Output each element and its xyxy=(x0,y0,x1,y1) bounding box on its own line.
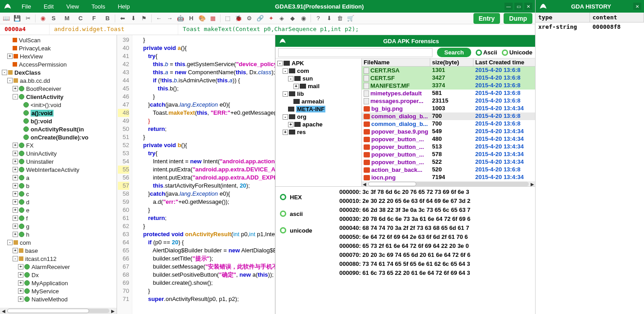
paint-icon[interactable]: ◆ xyxy=(289,15,296,22)
down-icon[interactable]: ⬇ xyxy=(130,15,137,22)
tool-b[interactable]: B xyxy=(104,15,111,22)
menu-help[interactable]: Help xyxy=(112,3,136,10)
forensics-search-input[interactable] xyxy=(278,48,432,57)
tree-item[interactable]: -aa.bb.cc.dd xyxy=(2,76,115,85)
tool-c[interactable]: C xyxy=(77,15,84,22)
file-row[interactable]: popover_button_...5222015-4-20 13:4:34 xyxy=(362,158,535,166)
file-row[interactable]: common_dialog_b...7002015-4-20 13:6:8 xyxy=(362,112,535,120)
tree-item[interactable]: AccessPermission xyxy=(2,60,115,68)
tree-item[interactable]: a():void xyxy=(2,109,115,117)
diamond-icon[interactable]: ◈ xyxy=(278,15,285,22)
col-filename[interactable]: FileName xyxy=(362,58,430,66)
tree-scrollbar[interactable]: ◀ ▶ xyxy=(0,308,117,314)
tree-item[interactable]: +MyService xyxy=(2,287,115,295)
arrow-right-icon[interactable]: → xyxy=(166,15,173,22)
tree-item[interactable]: +AlarmReceiver xyxy=(2,263,115,271)
grid-icon[interactable]: ▦ xyxy=(209,15,216,22)
apk-tree-item[interactable]: +mail xyxy=(277,82,360,90)
tree-item[interactable]: +NativeMethod xyxy=(2,295,115,303)
fingerprint-icon[interactable]: ◉ xyxy=(300,15,307,22)
tool-m[interactable]: M xyxy=(63,15,71,22)
apk-tree-item[interactable]: -sun xyxy=(277,75,360,82)
menu-edit[interactable]: Edit xyxy=(37,3,60,10)
file-row[interactable]: MANIFEST.MF33742015-4-20 13:6:8 xyxy=(362,82,535,90)
file-row[interactable]: popover_button_...5782015-4-20 13:4:34 xyxy=(362,151,535,158)
tree-item[interactable]: onActivityResult(in xyxy=(2,125,115,133)
apk-tree-item[interactable]: META-INF xyxy=(277,105,360,113)
tree-item[interactable]: +e xyxy=(2,206,115,214)
help-icon[interactable]: ? xyxy=(315,15,322,22)
file-row[interactable]: iocn.png71942015-4-20 13:4:34 xyxy=(362,174,535,181)
tree-item[interactable]: -itcast.cn112 xyxy=(2,255,115,263)
close-button[interactable]: ✕ xyxy=(524,3,532,10)
apk-tree-item[interactable]: +res xyxy=(277,128,360,136)
file-row[interactable]: common_dialog_b...7002015-4-20 13:6:8 xyxy=(362,120,535,128)
tree-item[interactable]: +b xyxy=(2,182,115,190)
history-close-button[interactable]: ✕ xyxy=(633,3,641,10)
menu-view[interactable]: View xyxy=(60,3,85,10)
file-row[interactable]: messages.proper...231152015-4-20 13:6:8 xyxy=(362,97,535,105)
apk-tree-item[interactable]: -APK xyxy=(277,59,360,67)
download-icon[interactable]: ⬇ xyxy=(325,15,333,22)
file-row[interactable]: popover_base.9.png5492015-4-20 13:4:34 xyxy=(362,128,535,135)
tree-item[interactable]: -DexClass xyxy=(2,68,115,76)
history-col-type[interactable]: type xyxy=(536,13,590,22)
bug-icon[interactable]: 🐞 xyxy=(235,15,242,22)
save-icon[interactable]: 💾 xyxy=(14,15,21,22)
probe-icon[interactable]: ◉ xyxy=(39,15,46,22)
open-icon[interactable]: 📖 xyxy=(3,15,10,22)
sparkle-icon[interactable]: ✦ xyxy=(267,15,275,22)
gear-icon[interactable]: ⚙ xyxy=(246,15,253,22)
minimize-button[interactable]: — xyxy=(504,3,513,10)
tool-f[interactable]: F xyxy=(90,15,98,22)
trash-icon[interactable]: 🗑 xyxy=(336,15,343,22)
tree-item[interactable]: +Dx xyxy=(2,271,115,279)
file-row[interactable]: CERT.RSA13012015-4-20 13:6:8 xyxy=(362,67,535,74)
tree-item[interactable]: +g xyxy=(2,222,115,230)
col-date[interactable]: Last Created time xyxy=(473,58,535,66)
tree-item[interactable]: +FX xyxy=(2,141,115,149)
file-row[interactable]: bg_big.png10032015-4-20 13:4:34 xyxy=(362,105,535,112)
arrow-left-icon[interactable]: ← xyxy=(155,15,162,22)
file-row[interactable]: CERT.SF34272015-4-20 13:6:8 xyxy=(362,74,535,82)
apk-tree-item[interactable]: -com xyxy=(277,67,360,75)
flag-icon[interactable]: ⚑ xyxy=(140,15,148,22)
hex-opt-ascii[interactable]: ascii xyxy=(280,211,333,217)
file-row[interactable]: popover_button_...5132015-4-20 13:4:34 xyxy=(362,143,535,151)
xml-icon[interactable]: ⬚ xyxy=(224,15,231,22)
android-icon[interactable]: 🤖 xyxy=(177,15,184,22)
apk-tree-item[interactable]: -org xyxy=(277,113,360,121)
ascii-radio[interactable]: Ascii xyxy=(476,49,497,56)
tree-item[interactable]: +d xyxy=(2,198,115,206)
menu-file[interactable]: File xyxy=(15,3,37,10)
tree-item[interactable]: -ClientActivity xyxy=(2,93,115,101)
history-col-content[interactable]: content xyxy=(590,13,644,22)
search-button[interactable]: Search xyxy=(437,48,471,57)
dump-button[interactable]: Dump xyxy=(504,13,532,24)
maximize-button[interactable]: ▭ xyxy=(514,3,522,10)
tree-item[interactable]: +BootReceiver xyxy=(2,85,115,93)
history-row[interactable]: xref-string000008f8 xyxy=(536,22,644,31)
back-icon[interactable]: ⬅ xyxy=(119,15,126,22)
palette-icon[interactable]: 🎨 xyxy=(198,15,206,22)
tree-item[interactable]: +c xyxy=(2,190,115,198)
h-icon[interactable]: H xyxy=(188,15,195,22)
cut-icon[interactable]: ✂ xyxy=(24,15,32,22)
apk-tree-item[interactable]: +apache xyxy=(277,121,360,128)
apk-tree-item[interactable]: -lib xyxy=(277,90,360,98)
hex-opt-hex[interactable]: HEX xyxy=(280,194,333,201)
tree-item[interactable]: +WebInterfaceActivity xyxy=(2,166,115,174)
unicode-radio[interactable]: Unicode xyxy=(502,49,532,56)
tree-item[interactable]: +f xyxy=(2,214,115,222)
hex-opt-unicode[interactable]: unicode xyxy=(280,227,333,234)
tree-item[interactable]: +Uninstaller xyxy=(2,157,115,166)
tree-item[interactable]: +base xyxy=(2,247,115,255)
col-size[interactable]: size(byte) xyxy=(430,58,473,66)
file-row[interactable]: mimetypes.default5812015-4-20 13:6:8 xyxy=(362,90,535,97)
tree-item[interactable]: b():void xyxy=(2,117,115,125)
tree-item[interactable]: <init>():void xyxy=(2,101,115,109)
tree-item[interactable]: onCreate(Bundle):vo xyxy=(2,133,115,141)
tool-s[interactable]: S xyxy=(50,15,57,22)
tree-item[interactable]: +UninActivity xyxy=(2,149,115,157)
file-row[interactable]: popover_button_...4802015-4-20 13:4:34 xyxy=(362,135,535,143)
